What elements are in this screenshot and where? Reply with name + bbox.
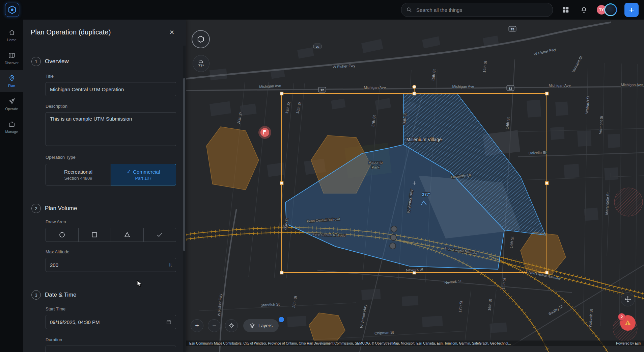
svg-text:Michigan Ave: Michigan Ave xyxy=(549,83,570,87)
circle-tool-icon xyxy=(58,231,66,239)
rotate-handle[interactable] xyxy=(413,85,416,89)
user-menu[interactable]: TY xyxy=(597,3,617,17)
move-icon xyxy=(624,296,632,303)
svg-text:Dalzelle St: Dalzelle St xyxy=(528,150,546,155)
operation-type-group: Recreational Section 44809 ✓ Commercial … xyxy=(46,164,176,185)
topbar: TY + xyxy=(0,0,644,20)
svg-text:Millenium Village: Millenium Village xyxy=(407,137,442,142)
recreational-option[interactable]: Recreational Section 44809 xyxy=(46,164,111,185)
attribution-text: Esri Community Maps Contributors, City o… xyxy=(189,341,511,346)
commercial-option[interactable]: ✓ Commercial Part 107 xyxy=(111,164,176,185)
layers-icon xyxy=(249,323,255,329)
operation-type-label: Operation Type xyxy=(46,155,186,160)
basemap-hexagon-button[interactable] xyxy=(192,30,210,48)
app-logo[interactable] xyxy=(5,3,19,17)
bell-icon xyxy=(580,6,588,14)
svg-text:Macomb: Macomb xyxy=(368,160,383,165)
apps-grid-button[interactable] xyxy=(560,4,571,15)
check-icon xyxy=(156,231,164,239)
svg-text:Park: Park xyxy=(372,165,380,169)
description-label: Description xyxy=(46,104,186,109)
search-input[interactable] xyxy=(416,7,548,13)
map-canvas[interactable]: 75751212 Michigan AveMichigan AveMichiga… xyxy=(186,20,644,352)
incident-marker[interactable] xyxy=(258,126,271,139)
locate-button[interactable] xyxy=(225,319,238,332)
sidebar-item-manage[interactable]: Manage xyxy=(0,116,23,138)
max-altitude-label: Max Altitude xyxy=(46,249,186,254)
paper-plane-icon xyxy=(8,98,16,105)
org-logo xyxy=(604,3,617,16)
section-overview: 1 Overview xyxy=(31,57,186,66)
section-heading-plan-volume: Plan Volume xyxy=(45,205,77,212)
layers-notification-dot xyxy=(278,316,285,323)
svg-text:75: 75 xyxy=(316,45,319,49)
polygon-tool-icon xyxy=(123,231,131,239)
title-input[interactable] xyxy=(46,82,176,96)
home-icon xyxy=(8,29,16,36)
confirm-draw-button[interactable] xyxy=(143,228,176,242)
svg-text:Michigan Ave: Michigan Ave xyxy=(364,85,386,90)
section-number-2: 2 xyxy=(31,204,41,213)
sidebar-item-plan[interactable]: Plan xyxy=(0,70,23,92)
map-icon xyxy=(8,52,16,59)
briefcase-icon xyxy=(8,121,16,128)
zoom-in-button[interactable]: + xyxy=(191,319,203,332)
draw-area-label: Draw Area xyxy=(46,219,186,224)
close-button[interactable]: ✕ xyxy=(168,27,176,37)
start-time-label: Start Time xyxy=(46,306,186,311)
draw-rectangle-tool-button[interactable] xyxy=(78,228,111,242)
svg-text:277': 277' xyxy=(422,192,430,197)
draw-circle-tool-button[interactable] xyxy=(46,228,79,242)
scrollbar-thumb[interactable] xyxy=(183,78,185,251)
search-icon xyxy=(406,7,412,13)
hexagon-logo-icon xyxy=(7,5,17,15)
panel-scrollbar[interactable] xyxy=(183,46,186,352)
section-plan-volume: 2 Plan Volume xyxy=(31,204,186,213)
section-heading-date-time: Date & Time xyxy=(45,292,77,298)
section-number-3: 3 xyxy=(31,290,41,300)
locate-icon xyxy=(228,322,235,329)
weather-widget[interactable]: 77° xyxy=(193,55,209,72)
rectangle-tool-icon xyxy=(90,231,99,239)
sidebar-item-home[interactable]: Home xyxy=(0,24,23,46)
description-input[interactable]: This is an example UTM Submission xyxy=(46,112,176,146)
alerts-count-badge: 2 xyxy=(618,313,625,321)
sidebar-item-operate[interactable]: Operate xyxy=(0,93,23,115)
grid-icon xyxy=(562,6,569,14)
svg-text:75: 75 xyxy=(511,27,514,31)
draw-polygon-tool-button[interactable] xyxy=(111,228,144,242)
powered-by-esri: Powered by Esri xyxy=(616,341,641,346)
temperature: 77° xyxy=(198,64,204,68)
notifications-button[interactable] xyxy=(579,4,589,15)
duration-label: Duration xyxy=(46,337,186,342)
svg-text:12: 12 xyxy=(509,86,512,90)
calendar-icon xyxy=(166,319,172,325)
global-search[interactable] xyxy=(401,3,553,17)
warning-triangle-icon xyxy=(624,319,632,327)
map-svg[interactable]: 75751212 Michigan AveMichigan AveMichiga… xyxy=(186,20,644,352)
plan-operation-panel: Plan Operation (duplicate) ✕ 1 Overview … xyxy=(23,20,186,352)
svg-text:Michigan Ave: Michigan Ave xyxy=(621,83,643,87)
sidebar: Home Discover Plan Operate Manage xyxy=(0,20,23,352)
svg-text:12: 12 xyxy=(320,88,324,92)
start-time-input[interactable]: 09/19/2025, 04:30 PM xyxy=(46,315,176,329)
max-altitude-input[interactable]: 200 ft xyxy=(46,258,176,272)
section-heading-overview: Overview xyxy=(45,58,69,65)
layers-button[interactable]: Layers xyxy=(243,319,279,332)
create-button[interactable]: + xyxy=(624,3,639,17)
svg-text:Michigan Ave: Michigan Ave xyxy=(452,84,474,89)
draw-tools-group xyxy=(46,228,176,242)
location-pin-icon xyxy=(8,75,16,82)
duration-input[interactable] xyxy=(46,346,176,352)
panel-title: Plan Operation (duplicate) xyxy=(31,28,111,36)
hexagon-icon xyxy=(196,35,205,44)
altitude-unit: ft xyxy=(169,262,172,268)
panel-header: Plan Operation (duplicate) ✕ xyxy=(23,20,186,45)
cloud-icon xyxy=(198,59,204,64)
section-date-time: 3 Date & Time xyxy=(31,290,186,300)
sidebar-item-discover[interactable]: Discover xyxy=(0,47,23,69)
title-label: Title xyxy=(46,74,186,79)
zoom-out-button[interactable]: − xyxy=(208,319,221,332)
check-icon: ✓ xyxy=(127,169,131,175)
pan-mode-button[interactable] xyxy=(621,292,635,306)
